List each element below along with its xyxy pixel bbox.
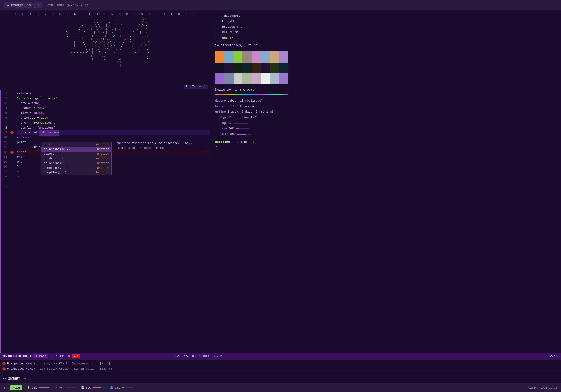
line-num-tilde-4: ~ xyxy=(1,184,9,189)
gutter-3 xyxy=(10,101,15,106)
gutter-12 xyxy=(10,145,15,150)
gutter-1 xyxy=(10,91,15,96)
err-check-2: . Lua Syntax Check. (exp-in-action) [13,… xyxy=(36,366,112,372)
swatch-purple2 xyxy=(215,73,224,84)
line-numbers: 1 2 3 4 5 6 7 8 9 10 11 12 13 14 15 16 ~… xyxy=(1,90,10,352)
swatch-dark2 xyxy=(224,63,234,73)
sys-uptime-row: uptime 1 week, 2 days, 9hrs, 1 mi xyxy=(215,109,557,115)
line-num-5: 5 xyxy=(1,111,9,116)
file-item-license: ├── LICENSE xyxy=(215,19,557,24)
line-num-3: 3 xyxy=(1,101,9,106)
right-terminal-statusbar: ◆ zsh 226:2 xyxy=(211,352,561,359)
tooltip-popup: function function table.colorscheme(...a… xyxy=(113,139,202,152)
dir-info: 14 directories, 5 files xyxy=(215,44,557,47)
line-num-10: 10 xyxy=(1,135,9,140)
error-circle-9: ✕ xyxy=(10,131,14,134)
code-lines: return { "xero/evangelion.nvim", dev = t… xyxy=(15,90,211,352)
disk-val: 69% xyxy=(86,386,91,390)
swatch-dark5 xyxy=(252,63,261,73)
ac-type-colorscheme: Function xyxy=(95,148,109,151)
nvim-badge: nvim xyxy=(10,385,22,390)
tree-line-4: ├── xyxy=(215,30,221,35)
ac-name-col: col(...) xyxy=(44,143,58,146)
gutter-9-err: ✕ xyxy=(10,130,15,135)
line-num-tilde-5: ~ xyxy=(1,189,9,194)
position-indicator: 1:1 Top unix xyxy=(184,85,208,89)
ac-item-colorscheme2[interactable]: colorscheme Function xyxy=(41,161,111,166)
ac-name-colorscheme: colorscheme(...) xyxy=(44,148,72,151)
rt-shell-name: zsh xyxy=(217,354,222,358)
line-num-8: 8 xyxy=(1,126,9,131)
code-line-7: cmd = "Evangelion", xyxy=(17,120,210,126)
swatch-row2 xyxy=(215,63,288,73)
swatch-slate xyxy=(224,73,234,84)
dotfiles-label: dotfiles xyxy=(215,140,230,144)
sb-gear-icon: ⚙ xyxy=(55,354,57,358)
sb-right: 9:22 56% UTF-8 unix xyxy=(174,354,209,358)
file-name-gitignore: .gitignore xyxy=(222,13,240,19)
err-item-1: ✕ Unexpected <exp> . Lua Syntax Check. (… xyxy=(2,361,559,366)
err-icon-1: ✕ xyxy=(2,362,6,365)
sys-pkgs-row: pkgs 1155 bins 1575 xyxy=(215,115,557,120)
ascii-robot-art: .---. ------ /\ .: .|\ \ .:\ : . / \ ./ … xyxy=(5,17,207,70)
code-line-8: config = function() xyxy=(17,126,210,131)
line-num-7: 7 xyxy=(1,120,9,126)
tree-line-3: ├── xyxy=(215,24,221,30)
file-name-setup: setup* xyxy=(222,35,233,41)
date: 2024-09-01 xyxy=(540,386,557,390)
sb-branch: ⋔ main xyxy=(33,354,48,358)
tab-evangelion[interactable]: ◆ evangelion.lua xyxy=(4,2,42,8)
ac-item-compiler[interactable]: compiler(...) Function xyxy=(41,170,111,175)
swatch-orange xyxy=(215,51,224,63)
greeting: hello x0, i'm x-e.ro xyxy=(215,88,557,92)
swatch-row3 xyxy=(215,73,288,84)
ac-item-colorscheme[interactable]: colorscheme(...) Function xyxy=(41,147,111,152)
swatch-pink xyxy=(252,51,261,63)
swatch-white2 xyxy=(261,73,270,84)
sys-distro-row: distro debian 11 (bullseye) xyxy=(215,98,557,104)
code-line-6: priority = 1000, xyxy=(17,116,210,120)
file-item-preview: ├── preview.png xyxy=(215,24,557,30)
rt-pos: 226:2 xyxy=(550,354,559,358)
code-editor: 1 2 3 4 5 6 7 8 9 10 11 12 13 14 15 16 ~… xyxy=(0,90,211,352)
err-check-1: . Lua Syntax Check. (exp-in-action) [9, … xyxy=(36,361,110,366)
tilde-5: ~ xyxy=(17,189,210,194)
sb-filename: <evangelion.lua » xyxy=(2,354,31,358)
tree-line-1: ├── xyxy=(215,13,221,19)
ascii-title: G E T I N T H E F U K K E N R O B O T S … xyxy=(5,13,207,16)
tilde-6: ~ xyxy=(17,194,210,199)
battery-val: 86% xyxy=(32,386,37,390)
cpu-bar-fill xyxy=(234,123,235,124)
sb-pos: 9:22 xyxy=(174,354,181,358)
ac-item-col[interactable]: col(...) Function xyxy=(41,142,111,147)
ram-bar-bg xyxy=(236,128,250,130)
ac-item-comclear[interactable]: comclear(...) Function xyxy=(41,166,111,170)
autocomplete-popup[interactable]: col(...) Function colorscheme(...) Funct… xyxy=(41,142,112,175)
file-tree: ├── .gitignore ├── LICENSE ├── preview.p… xyxy=(215,13,557,41)
sys-kernel-row: kernel 5.10.0-25-amd64 xyxy=(215,104,557,109)
code-line-2: "xero/evangelion.nvim", xyxy=(17,96,210,101)
battery-bar xyxy=(39,387,51,389)
gutter-4 xyxy=(10,106,15,111)
err-text-unexpected-2: Unexpected xyxy=(7,366,25,372)
cpu-bar2 xyxy=(65,387,76,389)
tab-zshrc[interactable]: zsh/.config/zsh/.zshrc xyxy=(44,2,94,8)
err-x-icon: ✕ xyxy=(74,354,76,358)
rainbow-bar xyxy=(215,94,288,95)
swatch-violet xyxy=(279,73,288,84)
error-circle-13: ✕ xyxy=(10,151,14,154)
tree-line-2: ├── xyxy=(215,19,221,24)
greeting-name: x-e.ro xyxy=(243,88,255,92)
code-line-5: lazy = false, xyxy=(17,111,210,116)
swatch-blue1 xyxy=(224,51,234,63)
stat-disk: 💾 69% xyxy=(81,386,105,390)
insert-mode-bar: -- INSERT -- xyxy=(0,374,561,383)
gutter-6 xyxy=(10,116,15,120)
swatch-white1 xyxy=(234,73,243,84)
err-item-2: ✕ Unexpected <exp> . Lua Syntax Check. (… xyxy=(2,366,559,372)
dotfiles-prompt: › xyxy=(215,145,557,149)
ac-item-colder[interactable]: colder(...) Function xyxy=(41,156,111,161)
line-num-15: 15 xyxy=(1,160,9,164)
ac-item-colo[interactable]: colo(...) Function xyxy=(41,152,111,156)
file-name-readme: README.md xyxy=(222,30,238,35)
